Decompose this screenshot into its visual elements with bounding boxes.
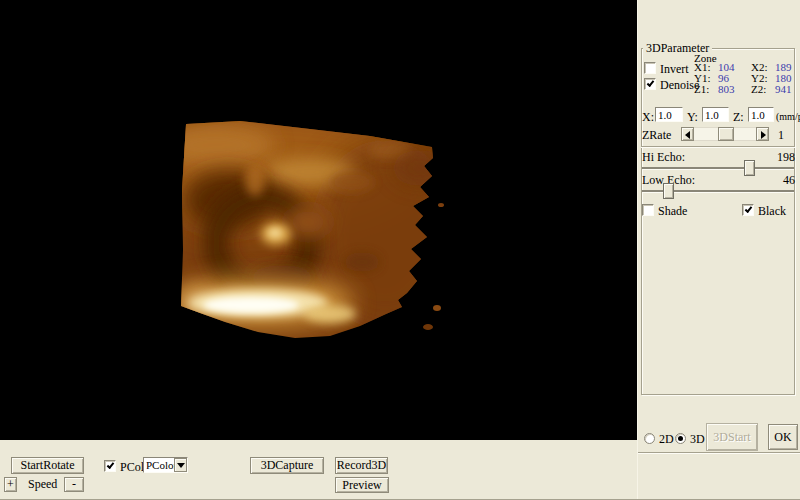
3dcapture-button[interactable]: 3DCapture: [250, 457, 324, 474]
zone-y2-value: 180: [775, 73, 800, 84]
shade-label: Shade: [658, 205, 687, 217]
3dstart-button[interactable]: 3DStart: [706, 423, 758, 451]
arrow-left-icon: [685, 131, 690, 139]
parameter-panel: 3DParameter Invert Denoise Zone X1: 104 …: [637, 0, 800, 500]
radio-dot: [678, 436, 683, 441]
scale-z-input[interactable]: [748, 107, 774, 122]
speed-minus-button[interactable]: -: [64, 477, 84, 492]
check-mark: [745, 205, 753, 213]
hi-echo-label: Hi Echo:: [642, 151, 685, 163]
pcolor-dropdown[interactable]: PColor: [143, 457, 188, 473]
parameter-groupbox: [641, 48, 795, 395]
mode-3d-radio[interactable]: [675, 433, 686, 444]
mode-2d-label: 2D: [659, 433, 674, 445]
black-checkbox[interactable]: [742, 204, 754, 216]
zone-y2-label: Y2:: [751, 73, 775, 84]
zone-y1-value: 96: [718, 73, 751, 84]
render-viewport[interactable]: [0, 0, 637, 440]
arrow-right-icon: [761, 131, 766, 139]
mode-2d-radio[interactable]: [644, 433, 655, 444]
zone-coordinates: X1: 104 X2: 189 Y1: 96 Y2: 180 Z1: 803 Z…: [694, 62, 800, 94]
record3d-button[interactable]: Record3D: [335, 457, 388, 474]
speed-label: Speed: [28, 478, 57, 490]
invert-checkbox[interactable]: [644, 62, 656, 74]
hi-echo-slider-track[interactable]: [642, 167, 794, 169]
start-rotate-button[interactable]: StartRotate: [11, 457, 84, 474]
ultrasound-volume-image: [0, 0, 637, 440]
low-echo-value: 46: [757, 174, 795, 186]
visualize-panel: 3DVisualize StartRotate PColor PColor + …: [0, 440, 637, 500]
hi-echo-slider-thumb[interactable]: [744, 160, 755, 176]
zone-z2-label: Z2:: [751, 84, 775, 95]
shade-checkbox[interactable]: [642, 204, 654, 216]
scale-unit-label: (mm/p): [776, 111, 800, 123]
scale-y-label: Y:: [687, 111, 698, 123]
zone-z2-value: 941: [775, 84, 800, 95]
scale-y-input[interactable]: [702, 107, 729, 122]
check-mark: [647, 79, 655, 87]
zrate-scroll-left-button[interactable]: [681, 127, 694, 141]
scale-x-label: X:: [642, 111, 654, 123]
mode-3d-label: 3D: [690, 433, 705, 445]
pcolor-dropdown-button[interactable]: [174, 458, 187, 472]
pcolor-dropdown-value: PColor: [146, 459, 177, 471]
zrate-scrollbar[interactable]: [681, 127, 769, 141]
scale-z-label: Z:: [733, 111, 744, 123]
hi-echo-value: 198: [757, 151, 795, 163]
zrate-scrollbar-thumb[interactable]: [718, 127, 734, 141]
zrate-value: 1: [778, 129, 784, 141]
ok-button[interactable]: OK: [768, 424, 798, 450]
zrate-label: ZRate: [642, 129, 671, 141]
black-label: Black: [758, 205, 786, 217]
zone-z1-label: Z1:: [694, 84, 718, 95]
zone-z1-value: 803: [718, 84, 751, 95]
scale-x-input[interactable]: [655, 107, 683, 122]
low-echo-slider-thumb[interactable]: [663, 183, 674, 199]
invert-label: Invert: [660, 63, 689, 75]
divider: [641, 146, 795, 147]
preview-button[interactable]: Preview: [335, 477, 389, 493]
pcolor-checkbox[interactable]: [104, 460, 116, 472]
divider: [638, 452, 800, 453]
chevron-down-icon: [177, 463, 185, 468]
speed-plus-button[interactable]: +: [4, 477, 17, 492]
application-window: 3DParameter Invert Denoise Zone X1: 104 …: [0, 0, 800, 500]
denoise-checkbox[interactable]: [644, 78, 656, 90]
check-mark: [107, 461, 115, 469]
parameter-group-title: 3DParameter: [643, 42, 712, 54]
zone-y1-label: Y1:: [694, 73, 718, 84]
zrate-scroll-right-button[interactable]: [756, 127, 769, 141]
